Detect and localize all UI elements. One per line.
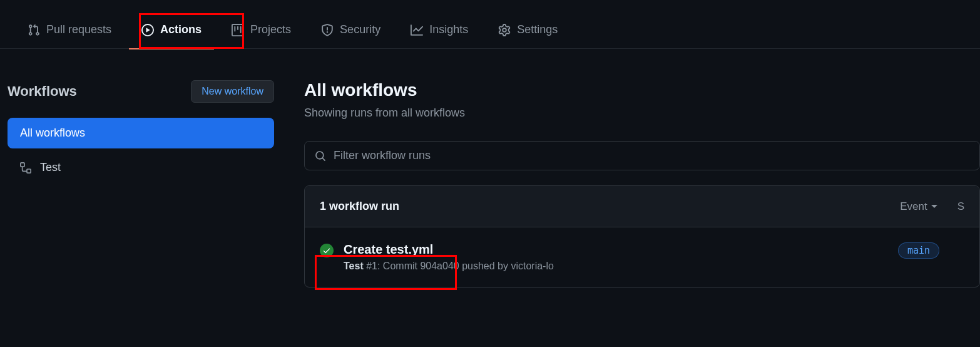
filter-label: S [957,200,964,213]
graph-icon [411,24,423,36]
workflow-icon [20,162,31,174]
sidebar-item-all-workflows[interactable]: All workflows [8,118,274,148]
filter-status-dropdown[interactable]: S [957,200,964,213]
sidebar-title: Workflows [8,83,77,100]
tab-projects[interactable]: Projects [219,11,304,49]
tab-actions[interactable]: Actions [129,11,214,49]
tab-label: Projects [250,23,291,36]
workflow-runs-count: 1 workflow run [320,200,399,213]
page-body: Workflows New workflow All workflows Tes… [0,49,980,287]
workflow-runs-header: 1 workflow run Event S [305,186,979,227]
search-icon [315,150,326,162]
filter-event-dropdown[interactable]: Event [900,200,937,213]
tab-label: Pull requests [46,23,111,36]
page-subtitle: Showing runs from all workflows [304,106,980,120]
run-meta: Test #1: Commit 904a040 pushed by victor… [344,261,888,272]
sidebar-header: Workflows New workflow [8,80,274,118]
sidebar-item-test[interactable]: Test [8,152,274,183]
run-workflow-name: Test [344,261,364,271]
git-pull-request-icon [28,24,40,36]
sidebar-item-label: All workflows [20,127,85,140]
tab-label: Security [340,23,380,36]
filter-workflow-runs-input[interactable] [334,149,969,162]
repo-nav: Pull requests Actions Projects Security … [0,0,980,49]
caret-down-icon [931,205,937,208]
run-number: #1 [366,261,377,271]
main-content: All workflows Showing runs from all work… [282,80,980,287]
branch-label[interactable]: main [898,242,939,259]
filter-label: Event [900,200,927,213]
page-title: All workflows [304,80,980,100]
tab-security[interactable]: Security [309,11,393,49]
tab-label: Settings [517,23,558,36]
workflow-run-row[interactable]: Create test.yml Test #1: Commit 904a040 … [305,227,979,287]
workflow-runs-filters: Event S [900,200,964,213]
play-circle-icon [141,24,154,36]
run-meta-rest: : Commit 904a040 pushed by victoria-lo [377,261,554,271]
workflow-runs-box: 1 workflow run Event S Create test.yml [304,185,980,287]
gear-icon [498,24,511,36]
new-workflow-button[interactable]: New workflow [191,80,274,103]
project-icon [232,24,244,36]
run-summary: Create test.yml Test #1: Commit 904a040 … [344,242,888,272]
shield-icon [321,24,334,36]
tab-label: Actions [160,23,202,36]
status-success-icon [320,244,334,257]
workflows-sidebar: Workflows New workflow All workflows Tes… [0,80,282,287]
tab-insights[interactable]: Insights [398,11,481,49]
run-title: Create test.yml [344,242,888,257]
filter-input-wrap[interactable] [304,141,980,170]
tab-settings[interactable]: Settings [486,11,570,49]
tab-pull-requests[interactable]: Pull requests [15,11,124,49]
sidebar-item-label: Test [40,161,61,174]
tab-label: Insights [429,23,468,36]
